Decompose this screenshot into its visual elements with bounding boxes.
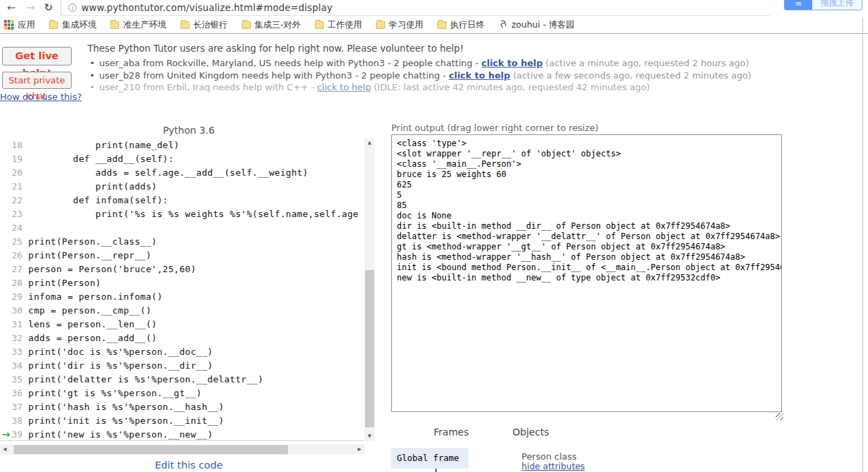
help-request-text: user_aba from Rockville, Maryland, US ne… [99, 58, 482, 68]
code-text: infoma = person.infoma() [28, 291, 163, 302]
click-to-help-link[interactable]: click to help [448, 70, 510, 81]
help-request-row: •user_aba from Rockville, Maryland, US n… [90, 57, 752, 70]
line-number: 21 [12, 181, 28, 192]
line-number: 20 [12, 167, 28, 178]
edit-this-code-link[interactable]: Edit this code [0, 460, 378, 471]
code-line: 36print('gt is %s'%person.__gt__) [0, 386, 364, 400]
bookmark-label: 准生产环境 [123, 19, 167, 31]
upload-button-label: 拖拽上传 [812, 0, 862, 10]
bookmark-folder[interactable]: 准生产环境 [110, 19, 167, 31]
code-text: print('new is %s'%person.__new__) [28, 429, 213, 440]
bookmark-label: 学习使用 [389, 19, 424, 31]
line-number: 34 [12, 360, 28, 371]
line-number: 22 [12, 195, 28, 205]
line-number: 31 [12, 319, 28, 329]
help-request-text: user_210 from Erbil, Iraq needs help wit… [99, 82, 317, 92]
bookmark-folder[interactable]: 工作使用 [315, 19, 362, 31]
code-horizontal-scrollbar[interactable]: ◀ ▶ [0, 444, 364, 455]
vertical-scroll-thumb[interactable] [365, 270, 374, 427]
line-number: 18 [12, 140, 28, 150]
bullet-icon: • [90, 57, 99, 70]
click-to-help-link[interactable]: click to help [482, 58, 543, 68]
textarea-resize-handle-icon[interactable] [776, 413, 783, 420]
scroll-right-icon[interactable]: ▶ [355, 444, 364, 455]
code-line: 24 [0, 220, 364, 234]
code-text: print('doc is %s'%person.__doc__) [28, 347, 213, 357]
frame-pointer-line [435, 469, 437, 472]
horizontal-scroll-thumb[interactable] [14, 445, 288, 454]
bookmark-blog[interactable]: zouhui - 博客园 [499, 19, 575, 32]
line-number: 33 [12, 347, 28, 357]
bookmark-folder[interactable]: 集成三-对外 [242, 19, 301, 31]
drag-upload-button[interactable]: ∞ 拖拽上传 [784, 0, 862, 10]
bullet-icon: • [90, 70, 99, 82]
code-text: print(Person.__repr__) [28, 250, 152, 260]
code-text: def __add__(self): [28, 154, 174, 164]
code-editor: 18 print(name_del)19 def __add__(self):2… [0, 138, 364, 441]
code-line: 38print('init is %s'%person.__init__) [0, 413, 364, 427]
frames-header: Frames [413, 427, 489, 438]
code-text: print('%s is %s weights %s'%(self.name,s… [28, 209, 358, 219]
bookmark-folder[interactable]: 学习使用 [376, 19, 424, 31]
line-number: 39 [12, 429, 28, 440]
bookmark-folder[interactable]: 长治银行 [180, 19, 228, 31]
start-private-chat-button[interactable]: Start private chat [2, 72, 72, 89]
code-line: 27person = Person('bruce',25,60) [0, 262, 364, 276]
scroll-up-icon[interactable]: ▲ [364, 138, 375, 147]
line-number: 27 [12, 264, 28, 274]
language-label: Python 3.6 [0, 125, 378, 136]
code-text: adds = person.__add__() [28, 333, 157, 343]
code-line: 18 print(name_del) [0, 138, 364, 152]
get-live-help-button[interactable]: Get live help! [2, 47, 72, 65]
help-request-status: (active a minute ago, requested 2 hours … [543, 58, 750, 68]
code-text: cmp = person.__cmp__() [28, 305, 152, 316]
bookmark-folder[interactable]: 集成环境 [49, 19, 96, 31]
line-number: 28 [12, 278, 28, 288]
code-line: →39print('new is %s'%person.__new__) [0, 427, 364, 441]
help-request-status: (IDLE: last active 42 minutes ago, reque… [371, 82, 650, 92]
print-output-textarea[interactable]: <class 'type'> <slot wrapper '__repr__' … [391, 134, 782, 412]
code-line: 37print('hash is %s'%person.__hash__) [0, 400, 364, 413]
back-icon[interactable]: ← [7, 0, 16, 15]
code-line: 21 print(adds) [0, 179, 364, 193]
line-number: 36 [12, 388, 28, 398]
line-number: 38 [12, 415, 28, 426]
code-line: 32adds = person.__add__() [0, 331, 364, 345]
forward-icon[interactable]: → [26, 0, 35, 15]
click-to-help-link[interactable]: click to help [317, 82, 371, 92]
code-text: def infoma(self): [28, 195, 168, 205]
code-text: print('hash is %s'%person.__hash__) [28, 402, 224, 412]
address-bar[interactable]: i www.pythontutor.com/visualize.html#mod… [61, 0, 770, 16]
code-line: 33print('doc is %s'%person.__doc__) [0, 345, 364, 358]
bookmark-apps[interactable]: 应用 [4, 19, 35, 31]
hide-attributes-link[interactable]: hide attributes [521, 461, 585, 471]
code-line: 22 def infoma(self): [0, 193, 364, 207]
bullet-icon: • [90, 81, 99, 94]
line-number: 29 [12, 291, 28, 302]
line-number: 30 [12, 305, 28, 316]
help-banner-heading: These Python Tutor users are asking for … [87, 43, 464, 54]
scroll-left-icon[interactable]: ◀ [0, 444, 10, 455]
bookmark-label: 集成三-对外 [255, 19, 301, 31]
code-text: print('gt is %s'%person.__gt__) [28, 388, 202, 398]
upload-infinity-icon: ∞ [785, 0, 812, 10]
reload-icon[interactable]: ↻ [44, 0, 53, 15]
how-do-i-use-this-link[interactable]: How do I use this? [0, 92, 82, 102]
code-vertical-scrollbar[interactable]: ▲ ▼ [364, 138, 375, 441]
bookmark-folder[interactable]: 执行日终 [437, 19, 485, 31]
help-request-row: •user_b28 from United Kingdom needs help… [90, 70, 752, 82]
line-number: 35 [12, 374, 28, 384]
code-text: print(Person) [28, 278, 101, 288]
code-text: print(name_del) [28, 140, 179, 150]
line-number: 19 [12, 154, 28, 164]
page-info-icon[interactable]: i [68, 3, 76, 12]
bookmark-label: 工作使用 [328, 19, 362, 31]
folder-icon [49, 21, 58, 29]
bookmark-label: 长治银行 [194, 19, 228, 31]
folder-icon [242, 21, 251, 29]
code-line: 29infoma = person.infoma() [0, 289, 364, 303]
code-text: adds = self.age.__add__(self.__weight) [28, 167, 308, 178]
print-output-text: <class 'type'> <slot wrapper '__repr__' … [397, 138, 776, 283]
scroll-down-icon[interactable]: ▼ [364, 431, 375, 441]
person-class-label: Person class [521, 451, 577, 462]
